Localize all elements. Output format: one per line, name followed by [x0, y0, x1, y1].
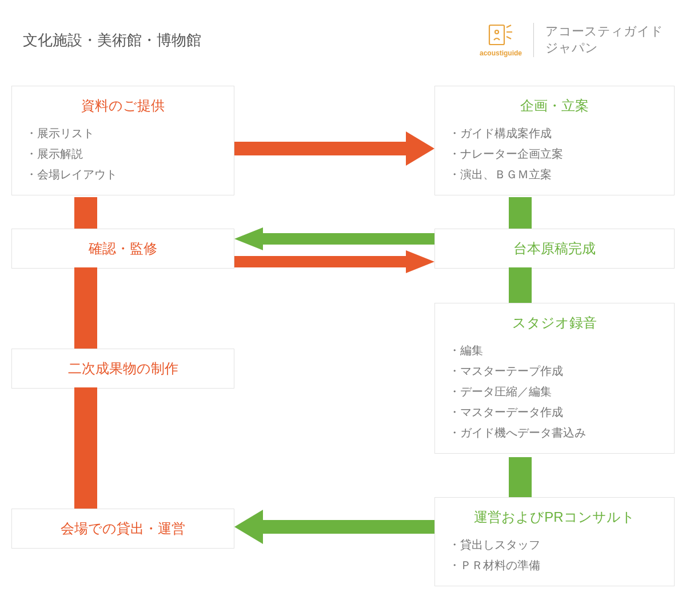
- box-review: 確認・監修: [11, 229, 234, 269]
- box-recording: スタジオ録音 編集 マスターテープ作成 データ圧縮／編集 マスターデータ作成 ガ…: [434, 303, 675, 454]
- box-materials-list: 展示リスト 展示解説 会場レイアウト: [26, 123, 220, 185]
- box-onsite-title: 会場での貸出・運営: [26, 519, 220, 538]
- box-planning-list: ガイド構成案作成 ナレーター企画立案 演出、ＢＧＭ立案: [449, 123, 660, 185]
- svg-rect-0: [489, 25, 504, 45]
- box-onsite: 会場での貸出・運営: [11, 509, 234, 549]
- vbar-left-1: [74, 197, 97, 229]
- svg-point-1: [495, 30, 498, 34]
- logo-icon: acoustiguide: [480, 23, 522, 57]
- box-materials-title: 資料のご提供: [26, 97, 220, 115]
- arrow-right-2: [234, 250, 434, 273]
- svg-marker-3: [406, 131, 434, 166]
- header-divider: [533, 23, 534, 57]
- svg-rect-6: [234, 256, 406, 267]
- box-recording-title: スタジオ録音: [449, 314, 660, 332]
- arrow-left-4: [234, 510, 434, 544]
- box-operation-title: 運営およびPRコンサルト: [449, 508, 660, 526]
- svg-rect-2: [234, 142, 406, 155]
- arrow-right-1: [234, 131, 434, 166]
- svg-marker-8: [234, 510, 263, 544]
- vbar-left-2: [74, 267, 97, 349]
- svg-rect-5: [263, 233, 434, 245]
- vbar-right-1: [509, 197, 532, 229]
- box-operation-list: 貸出しスタッフ ＰＲ材料の準備: [449, 534, 660, 575]
- box-planning: 企画・立案 ガイド構成案作成 ナレーター企画立案 演出、ＢＧＭ立案: [434, 86, 675, 195]
- box-secondary: 二次成果物の制作: [11, 349, 234, 389]
- vbar-right-2: [509, 267, 532, 303]
- box-materials: 資料のご提供 展示リスト 展示解説 会場レイアウト: [11, 86, 234, 195]
- header: 文化施設・美術館・博物館 acoustiguide アコースティガイド ジャパン: [0, 0, 686, 69]
- box-script-title: 台本原稿完成: [449, 239, 660, 258]
- box-review-title: 確認・監修: [26, 239, 220, 258]
- header-left-title: 文化施設・美術館・博物館: [23, 30, 201, 50]
- svg-rect-9: [263, 520, 434, 534]
- header-right: acoustiguide アコースティガイド ジャパン: [480, 23, 663, 57]
- vbar-right-3: [509, 457, 532, 497]
- box-operation: 運営およびPRコンサルト 貸出しスタッフ ＰＲ材料の準備: [434, 497, 675, 586]
- company-name: アコースティガイド ジャパン: [545, 23, 663, 56]
- svg-marker-4: [234, 227, 263, 250]
- logo-label: acoustiguide: [480, 49, 522, 57]
- svg-marker-7: [406, 250, 434, 273]
- box-planning-title: 企画・立案: [449, 97, 660, 115]
- vbar-left-3: [74, 387, 97, 509]
- box-script: 台本原稿完成: [434, 229, 675, 269]
- box-secondary-title: 二次成果物の制作: [26, 359, 220, 378]
- arrow-left-2: [234, 227, 434, 250]
- box-recording-list: 編集 マスターテープ作成 データ圧縮／編集 マスターデータ作成 ガイド機へデータ…: [449, 340, 660, 443]
